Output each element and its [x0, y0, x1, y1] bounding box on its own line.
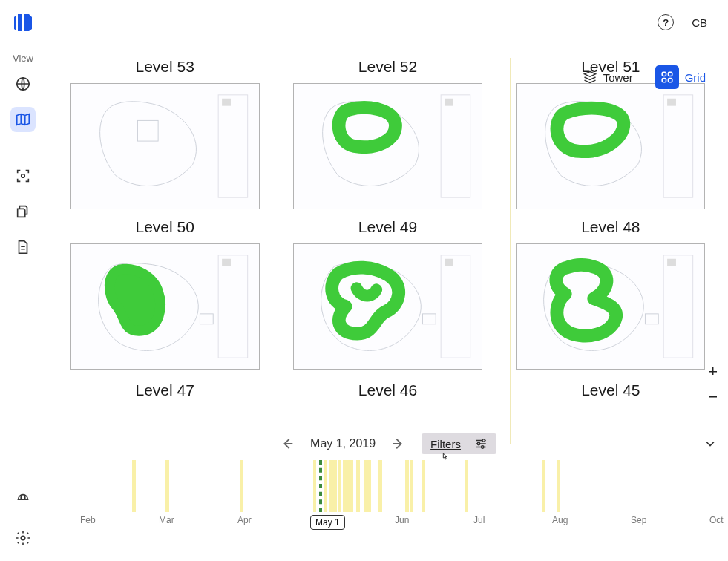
plan-card-53[interactable]	[70, 83, 260, 209]
map-icon	[15, 111, 31, 128]
folders-icon	[15, 203, 31, 220]
sidebar-globe[interactable]	[10, 71, 36, 96]
svg-point-25	[481, 446, 483, 448]
view-toggle: Tower Grid	[575, 61, 713, 94]
svg-rect-11	[445, 99, 453, 106]
timeline-bar	[557, 460, 560, 512]
cell-title: Level 46	[358, 381, 417, 399]
sidebar-file[interactable]	[10, 234, 36, 260]
svg-rect-6	[668, 79, 672, 82]
plan-card-50[interactable]	[70, 243, 260, 370]
filters-button[interactable]: Filters	[422, 433, 496, 454]
svg-rect-12	[663, 95, 693, 197]
toggle-grid-label: Grid	[685, 71, 706, 84]
app-logo[interactable]	[13, 11, 33, 32]
svg-rect-21	[667, 259, 676, 266]
help-button[interactable]: ?	[658, 14, 674, 30]
svg-rect-14	[218, 255, 248, 358]
timeline-bar	[378, 460, 382, 512]
grid-sep-1	[281, 58, 281, 444]
layers-icon	[583, 70, 597, 85]
date-prev-button[interactable]	[279, 436, 295, 452]
topbar: ? CB	[658, 0, 728, 45]
svg-rect-4	[668, 72, 672, 76]
cell-title: Level 53	[135, 58, 194, 76]
zoom-in[interactable]: +	[708, 364, 718, 380]
sidebar-focus[interactable]	[10, 163, 36, 188]
sidebar-worker[interactable]	[10, 487, 36, 512]
chevron-down-icon	[703, 436, 718, 451]
sidebar-settings[interactable]	[10, 525, 36, 551]
filters-label: Filters	[430, 438, 461, 450]
timeline-month-label: Apr	[237, 515, 252, 525]
timeline-month-label: Mar	[159, 515, 174, 525]
help-glyph: ?	[663, 17, 669, 28]
timeline-month-label: Oct	[709, 515, 724, 525]
timeline-bar	[132, 460, 136, 512]
timeline-month-label: Feb	[80, 515, 96, 525]
cell-title: Level 45	[581, 381, 640, 399]
grid-sep-2	[510, 58, 511, 444]
timeline-current-chip[interactable]: May 1	[310, 515, 345, 530]
sliders-icon	[474, 437, 488, 450]
levels-grid: Level 53 Level 52	[58, 58, 718, 444]
sidebar-map[interactable]	[10, 107, 36, 132]
cell-title: Level 48	[581, 218, 640, 236]
sidebar: View	[0, 0, 46, 561]
sidebar-bottom	[10, 487, 36, 551]
cell-level-49: Level 49	[281, 218, 494, 370]
plan-card-49[interactable]	[293, 243, 482, 370]
zoom-controls: + −	[708, 364, 718, 405]
timeline-bar	[324, 460, 327, 512]
svg-rect-5	[662, 79, 666, 82]
grid-icon	[660, 70, 674, 84]
timeline-expand-button[interactable]	[703, 436, 718, 454]
svg-rect-8	[218, 95, 248, 197]
svg-rect-18	[445, 259, 453, 266]
svg-rect-13	[667, 99, 676, 106]
svg-point-24	[477, 442, 479, 444]
worker-icon	[15, 491, 31, 508]
plan-card-52[interactable]	[293, 83, 482, 209]
timeline-marker[interactable]	[319, 460, 322, 512]
timeline[interactable]: May 1 FebMarAprJunJulAugSepOct	[58, 460, 718, 534]
timeline-bar	[338, 460, 341, 512]
svg-rect-9	[222, 99, 231, 106]
sidebar-folders[interactable]	[10, 199, 36, 224]
timeline-bars	[58, 460, 718, 512]
cell-title: Level 47	[135, 381, 194, 399]
timeline-bar	[329, 460, 337, 512]
timeline-bar	[465, 460, 468, 512]
arrow-right-icon	[390, 436, 407, 452]
timeline-bar	[364, 460, 371, 512]
toggle-tower[interactable]: Tower	[575, 65, 640, 89]
svg-rect-22	[646, 314, 659, 324]
timeline-bar	[240, 460, 243, 512]
zoom-out[interactable]: −	[708, 389, 718, 405]
timeline-month-label: Sep	[631, 515, 646, 525]
arrow-left-icon	[279, 436, 295, 452]
svg-rect-7	[137, 120, 158, 141]
sidebar-view-label: View	[13, 53, 33, 64]
cell-level-48: Level 48	[504, 218, 718, 370]
plan-card-51[interactable]	[516, 83, 705, 209]
timeline-month-label: Jul	[473, 515, 485, 525]
svg-point-1	[22, 174, 25, 178]
cell-title: Level 49	[358, 218, 417, 236]
timeline-bar	[356, 460, 360, 512]
timeline-bar	[410, 460, 413, 512]
timeline-bar	[165, 460, 169, 512]
toggle-grid[interactable]: Grid	[648, 61, 713, 94]
cell-title: Level 52	[358, 58, 417, 76]
svg-rect-3	[662, 72, 666, 76]
date-next-button[interactable]	[390, 436, 407, 452]
plan-card-48[interactable]	[516, 243, 705, 370]
timeline-bar	[405, 460, 409, 512]
current-date-label: May 1, 2019	[310, 437, 376, 450]
user-avatar[interactable]: CB	[692, 16, 707, 29]
svg-rect-20	[663, 255, 693, 358]
svg-rect-19	[422, 314, 436, 324]
cell-level-45: Level 45	[504, 378, 718, 407]
toggle-tower-label: Tower	[603, 71, 633, 84]
cell-level-52: Level 52	[281, 58, 494, 209]
